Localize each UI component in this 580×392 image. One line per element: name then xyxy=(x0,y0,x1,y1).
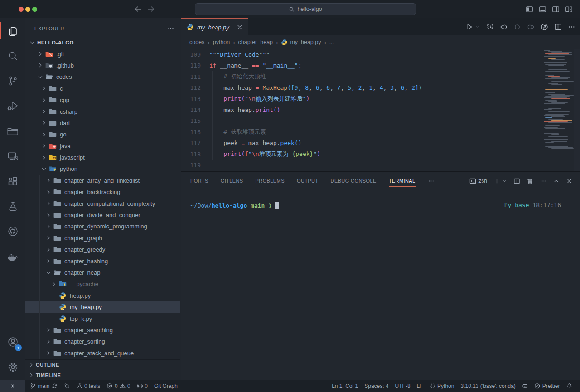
scrollbar[interactable] xyxy=(574,49,580,171)
status-problems[interactable]: 00 xyxy=(103,380,133,392)
activity-item-testing[interactable] xyxy=(0,194,25,219)
activity-item-project-manager[interactable] xyxy=(0,119,25,144)
activity-item-github[interactable] xyxy=(0,219,25,244)
activity-item-search[interactable] xyxy=(0,43,25,68)
status-python-interpreter[interactable]: 3.10.13 ('base': conda) xyxy=(457,380,518,392)
navigate-attempt[interactable] xyxy=(513,23,521,31)
maximize-panel[interactable] xyxy=(553,178,560,184)
section-outline[interactable]: OUTLINE xyxy=(25,359,180,370)
panel-tab-ports[interactable]: PORTS xyxy=(190,172,208,190)
breadcrumb-my-heap-py[interactable]: my_heap.py xyxy=(281,39,321,46)
status-feedback[interactable]: 0 xyxy=(134,380,151,392)
panel-tab-output[interactable]: OUTPUT xyxy=(297,172,319,190)
terminal[interactable]: ~/Dow/hello-algo main ❯ Py base 18:17:16 xyxy=(190,202,571,209)
run-or-debug[interactable] xyxy=(541,23,548,31)
status-encoding[interactable]: UTF-8 xyxy=(392,380,414,392)
close-icon[interactable] xyxy=(236,24,243,31)
tree-item-chapter-greedy[interactable]: chapter_greedy xyxy=(25,244,180,255)
explorer-more-actions-icon[interactable] xyxy=(167,25,174,32)
minimap[interactable] xyxy=(544,50,572,156)
status-git-compare[interactable] xyxy=(61,380,73,392)
tree-item-hello-algo[interactable]: HELLO-ALGO xyxy=(25,37,180,48)
toggle-primary-sidebar[interactable] xyxy=(526,5,533,13)
split-terminal[interactable] xyxy=(513,178,520,184)
tree-item-chapter-divide-and-conquer[interactable]: chapter_divide_and_conquer xyxy=(25,209,180,221)
activity-item-remote-explorer[interactable] xyxy=(0,144,25,169)
customize-layout[interactable] xyxy=(565,5,573,13)
shell-selector[interactable]: zsh xyxy=(469,178,487,184)
tree-item-c[interactable]: c xyxy=(25,83,180,94)
status-prettier[interactable]: Prettier xyxy=(531,380,563,392)
tree-item-csharp[interactable]: csharp xyxy=(25,106,180,117)
breadcrumb-python[interactable]: python xyxy=(213,39,230,45)
kill-terminal[interactable] xyxy=(527,178,533,184)
activity-item-docker[interactable] xyxy=(0,244,25,269)
panel-tabs-overflow[interactable] xyxy=(428,172,435,190)
tree-item--pycache-[interactable]: __pycache__ xyxy=(25,278,180,290)
remote-indicator[interactable] xyxy=(0,380,25,392)
tree-item-chapter-hashing[interactable]: chapter_hashing xyxy=(25,255,180,266)
tree-item-chapter-stack-and-queue[interactable]: chapter_stack_and_queue xyxy=(25,348,180,359)
status-git-graph[interactable]: Git Graph xyxy=(151,380,181,392)
gitlens-file-history[interactable] xyxy=(486,23,494,31)
activity-item-accounts[interactable]: 1 xyxy=(0,329,25,354)
window-zoom-button[interactable] xyxy=(32,7,37,12)
navigate-back[interactable] xyxy=(500,23,508,31)
tree-item-chapter-heap[interactable]: chapter_heap xyxy=(25,267,180,278)
activity-item-run-and-debug[interactable] xyxy=(0,93,25,118)
toggle-panel[interactable] xyxy=(539,5,546,13)
tree-item-java[interactable]: java xyxy=(25,140,180,152)
breadcrumb--[interactable]: ... xyxy=(329,39,334,45)
new-terminal[interactable] xyxy=(493,178,500,184)
breadcrumb-codes[interactable]: codes xyxy=(189,39,204,45)
command-center-search[interactable]: hello-algo xyxy=(195,3,416,15)
activity-item-source-control[interactable] xyxy=(0,68,25,93)
tree-item-javascript[interactable]: JSjavascript xyxy=(25,152,180,163)
split-editor[interactable] xyxy=(554,23,562,31)
tree-item-chapter-graph[interactable]: chapter_graph xyxy=(25,232,180,244)
tab-my-heap-py[interactable]: my_heap.py xyxy=(181,18,248,35)
status-eol[interactable]: LF xyxy=(414,380,426,392)
section-timeline[interactable]: TIMELINE xyxy=(25,370,180,380)
status-tests[interactable]: 0 tests xyxy=(73,380,104,392)
more-editor-actions[interactable] xyxy=(568,23,575,31)
status-cursor-position[interactable]: Ln 1, Col 1 xyxy=(329,380,361,392)
window-minimize-button[interactable] xyxy=(25,7,30,12)
tree-item-python[interactable]: python xyxy=(25,163,180,174)
tree-item-heap-py[interactable]: heap.py xyxy=(25,290,180,301)
tree-item-go[interactable]: go xyxy=(25,129,180,140)
tree-item-chapter-searching[interactable]: chapter_searching xyxy=(25,324,180,336)
window-close-button[interactable] xyxy=(19,7,24,12)
terminal-more-actions[interactable] xyxy=(540,178,546,184)
panel-tab-gitlens[interactable]: GITLENS xyxy=(221,172,243,190)
tree-item-chapter-dynamic-programming[interactable]: chapter_dynamic_programming xyxy=(25,221,180,232)
run-python-file[interactable] xyxy=(465,23,473,31)
panel-tab-debug-console[interactable]: DEBUG CONSOLE xyxy=(331,172,377,190)
activity-item-explorer[interactable] xyxy=(0,18,25,43)
run-dropdown[interactable] xyxy=(475,24,480,29)
tree-item-codes[interactable]: codes xyxy=(25,71,180,82)
status-indentation[interactable]: Spaces: 4 xyxy=(361,380,392,392)
tree-item--github[interactable]: .github xyxy=(25,60,180,71)
tree-item-chapter-sorting[interactable]: chapter_sorting xyxy=(25,336,180,347)
status-scm-branch[interactable]: main xyxy=(27,380,61,392)
tree-item-chapter-computational-complexity[interactable]: chapter_computational_complexity xyxy=(25,198,180,209)
tree-item-top-k-py[interactable]: top_k.py xyxy=(25,313,180,324)
toggle-secondary-sidebar[interactable] xyxy=(552,5,560,13)
tree-item-dart[interactable]: dart xyxy=(25,117,180,129)
navigate-forward[interactable] xyxy=(527,23,535,31)
forward-arrow-icon[interactable] xyxy=(147,5,155,13)
tree-item--git[interactable]: .git xyxy=(25,48,180,59)
breadcrumb-chapter-heap[interactable]: chapter_heap xyxy=(238,39,273,45)
tree-item-cpp[interactable]: cpp xyxy=(25,94,180,106)
close-panel[interactable] xyxy=(566,178,573,184)
tree-item-my-heap-py[interactable]: my_heap.py xyxy=(25,301,180,313)
status-language-mode[interactable]: Python xyxy=(426,380,458,392)
activity-item-extensions[interactable] xyxy=(0,169,25,194)
panel-tab-problems[interactable]: PROBLEMS xyxy=(256,172,285,190)
activity-item-settings[interactable] xyxy=(0,355,25,380)
launch-profile-dropdown[interactable] xyxy=(502,179,507,184)
tree-item-chapter-array-and-linkedlist[interactable]: chapter_array_and_linkedlist xyxy=(25,175,180,186)
status-notifications[interactable] xyxy=(563,380,576,392)
back-arrow-icon[interactable] xyxy=(134,5,142,13)
